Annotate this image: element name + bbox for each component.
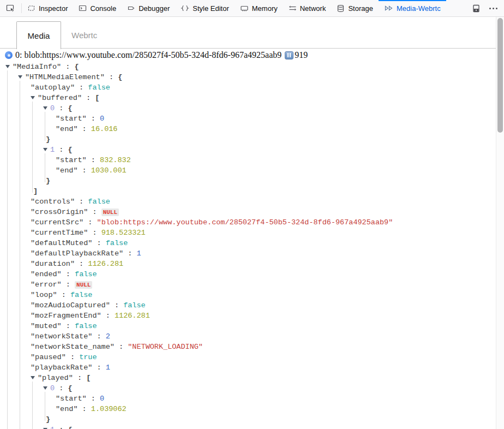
element-picker-button[interactable] xyxy=(0,0,21,16)
collapse-caret-icon[interactable] xyxy=(43,106,47,110)
tree-value: true xyxy=(79,353,97,361)
tab-style-editor[interactable]: Style Editor xyxy=(175,0,234,16)
debugger-icon xyxy=(127,4,135,12)
tab-label: Console xyxy=(90,4,116,13)
tab-label: Inspector xyxy=(39,4,68,13)
tree-row: "mozAudioCaptured" : false xyxy=(0,300,495,311)
tree-row: "crossOrigin" : NULL xyxy=(0,207,495,217)
tab-debugger[interactable]: Debugger xyxy=(122,0,175,16)
tree-value: 1 xyxy=(136,249,141,258)
tree-row: "start" : 832.832 xyxy=(0,155,495,165)
media-panel-content: 0: blob:https://www.youtube.com/285027f4… xyxy=(0,49,504,429)
tab-media-webrtc[interactable]: Media-Webrtc xyxy=(379,0,446,16)
tree-row: "paused" : true xyxy=(0,352,495,362)
tree-value: 1030.001 xyxy=(91,166,127,175)
tree-row: 1 : { xyxy=(0,145,495,155)
toolbar-right-controls xyxy=(466,0,504,16)
tree-row: "start" : 0 xyxy=(0,394,495,404)
element-picker-icon xyxy=(6,4,15,13)
tree-row: } xyxy=(0,414,495,425)
tree-row: "played" : [ xyxy=(0,373,495,383)
webrtc-tab-label: Webrtc xyxy=(71,31,97,40)
tab-inspector[interactable]: Inspector xyxy=(22,0,73,16)
memory-icon xyxy=(240,4,249,12)
collapse-caret-icon[interactable] xyxy=(5,65,10,68)
tree-row: "mozFragmentEnd" : 1126.281 xyxy=(0,311,495,321)
paused-state-icon xyxy=(285,51,293,59)
media-element-row[interactable]: 0: blob:https://www.youtube.com/285027f4… xyxy=(0,49,504,60)
collapse-caret-icon[interactable] xyxy=(18,75,22,79)
network-icon xyxy=(289,4,297,12)
vertical-scrollbar[interactable] xyxy=(496,17,504,429)
tab-network[interactable]: Network xyxy=(283,0,332,16)
media-element-label: 0: blob:https://www.youtube.com/285027f4… xyxy=(15,50,281,60)
tree-row: "duration" : 1126.281 xyxy=(0,259,495,269)
tree-value: false xyxy=(123,301,146,309)
tab-memory[interactable]: Memory xyxy=(235,0,283,16)
tree-row: "defaultMuted" : false xyxy=(0,238,495,248)
tree-value: NULL xyxy=(101,208,119,216)
tree-row: "networkState" : 2 xyxy=(0,331,495,342)
dock-to-bottom-icon xyxy=(472,4,480,13)
style-editor-icon xyxy=(181,4,189,12)
panel-tab-strip: Media Webrtc xyxy=(0,17,504,49)
tab-webrtc[interactable]: Webrtc xyxy=(71,21,97,49)
tree-value: 1126.281 xyxy=(88,260,123,268)
inspector-icon xyxy=(27,4,35,12)
tree-row: "currentTime" : 918.523321 xyxy=(0,228,495,238)
tree-value: 1.039062 xyxy=(91,405,127,413)
tree-row: "autoplay" : false xyxy=(0,82,495,93)
tree-row: "error" : NULL xyxy=(0,279,495,290)
tree-row: } xyxy=(0,134,495,145)
json-tree: "MediaInfo" : {"HTMLMediaElement" : {"au… xyxy=(0,62,495,429)
tree-value: false xyxy=(88,198,110,206)
tree-value: 16.016 xyxy=(91,125,118,133)
tab-label: Memory xyxy=(252,4,278,13)
tab-media[interactable]: Media xyxy=(16,21,61,49)
tree-value: false xyxy=(106,239,128,247)
console-icon xyxy=(79,4,87,12)
collapse-caret-icon[interactable] xyxy=(43,148,47,151)
tab-label: Media-Webrtc xyxy=(397,4,441,13)
tree-row: "networkState_name" : "NETWORK_LOADING" xyxy=(0,342,495,352)
media-current-time: 919 xyxy=(295,50,308,60)
tree-row: "end" : 1030.001 xyxy=(0,165,495,176)
tab-console[interactable]: Console xyxy=(73,0,122,16)
tree-value: NULL xyxy=(75,281,92,289)
tree-row: 0 : { xyxy=(0,383,495,394)
tree-row: "start" : 0 xyxy=(0,114,495,124)
dock-side-button[interactable] xyxy=(466,4,486,13)
tree-row: ] xyxy=(0,186,495,196)
tree-row: "controls" : false xyxy=(0,196,495,207)
tree-value: 918.523321 xyxy=(101,229,146,237)
scrollbar-thumb[interactable] xyxy=(497,18,503,133)
tree-value: 1 xyxy=(106,364,110,372)
tab-label: Network xyxy=(300,4,326,13)
tree-row: "end" : 16.016 xyxy=(0,124,495,134)
media-tab-label: Media xyxy=(28,31,50,40)
tree-value: 2 xyxy=(106,332,110,341)
tree-value: 832.832 xyxy=(100,156,131,164)
tree-value: 0 xyxy=(100,115,104,123)
collapse-caret-icon[interactable] xyxy=(31,376,35,379)
tree-value: "NETWORK_LOADING" xyxy=(128,343,203,351)
tree-value: false xyxy=(75,270,97,278)
tree-value: 0 xyxy=(100,395,104,403)
tab-label: Style Editor xyxy=(193,4,229,13)
tab-label: Storage xyxy=(348,4,373,13)
tree-row: } xyxy=(0,176,495,186)
media-element-radio[interactable] xyxy=(5,51,13,59)
tree-row: "HTMLMediaElement" : { xyxy=(0,72,495,82)
tree-row: "loop" : false xyxy=(0,290,495,300)
devtools-menu-button[interactable] xyxy=(486,8,504,9)
storage-icon xyxy=(337,4,345,13)
tab-storage[interactable]: Storage xyxy=(331,0,379,16)
tree-row: "currentSrc" : "blob:https://www.youtube… xyxy=(0,217,495,228)
tree-row: "ended" : false xyxy=(0,269,495,279)
tree-row: 0 : { xyxy=(0,103,495,114)
collapse-caret-icon[interactable] xyxy=(43,386,47,390)
collapse-caret-icon[interactable] xyxy=(31,96,35,99)
tree-row: "MediaInfo" : { xyxy=(0,62,495,72)
tree-row: "end" : 1.039062 xyxy=(0,404,495,414)
tree-row: "playbackRate" : 1 xyxy=(0,362,495,373)
